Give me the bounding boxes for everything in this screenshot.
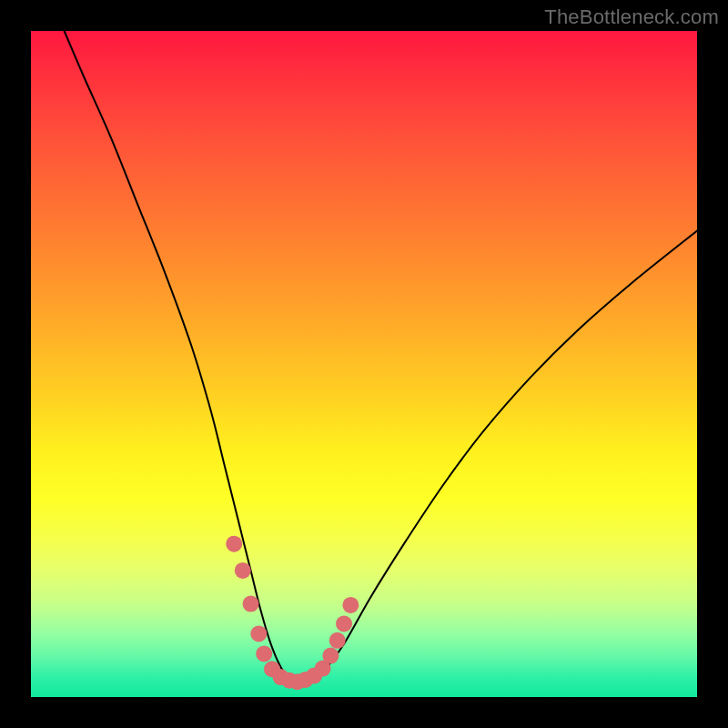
highlight-point — [226, 536, 242, 552]
curve-bottleneck-curve — [65, 31, 697, 683]
highlight-point — [256, 645, 272, 662]
series-group — [65, 31, 697, 683]
highlight-point — [250, 625, 267, 642]
plot-area — [31, 31, 697, 697]
chart-svg — [31, 31, 697, 697]
highlight-point — [322, 648, 339, 664]
highlight-point — [336, 615, 352, 632]
highlight-point — [235, 562, 251, 579]
highlight-point — [342, 597, 359, 613]
highlight-points-group — [226, 536, 359, 691]
highlight-point — [243, 596, 259, 612]
chart-frame: TheBottleneck.com — [0, 0, 728, 728]
highlight-point — [329, 632, 346, 649]
watermark-text: TheBottleneck.com — [544, 5, 719, 29]
